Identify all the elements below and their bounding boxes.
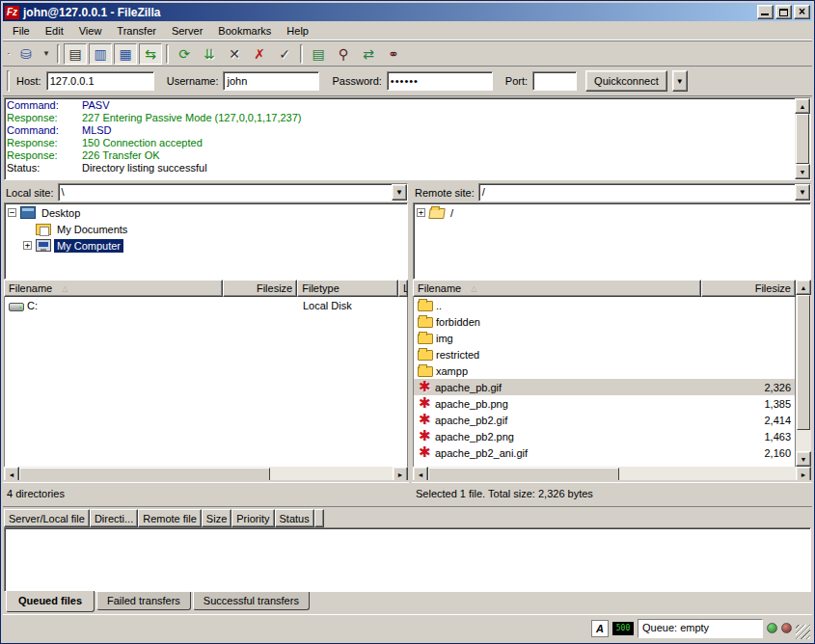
- queue-column-header[interactable]: [314, 509, 324, 527]
- scroll-thumb[interactable]: [796, 114, 809, 164]
- queue-tab[interactable]: Successful transfers: [193, 592, 310, 610]
- search-icon[interactable]: ⚭: [382, 43, 405, 65]
- file-row[interactable]: apache_pb.gif 2,326: [414, 379, 795, 395]
- my-documents-icon: [36, 224, 51, 235]
- column-header-filetype[interactable]: Filetype: [297, 280, 398, 297]
- quickconnect-button[interactable]: Quickconnect: [585, 70, 667, 92]
- title-bar[interactable]: Fz john@127.0.0.1 - FileZilla ×: [3, 3, 812, 21]
- file-row[interactable]: apache_pb2.gif 2,414: [414, 412, 795, 428]
- scroll-right-icon[interactable]: ►: [796, 467, 811, 482]
- file-row[interactable]: apache_pb2_ani.gif 2,160: [414, 444, 795, 461]
- tree-item[interactable]: + My Computer: [5, 237, 407, 254]
- remote-vscrollbar[interactable]: ▲ ▼: [796, 280, 811, 467]
- column-header-filename[interactable]: Filename△: [413, 280, 701, 297]
- menu-item[interactable]: File: [5, 23, 38, 39]
- scroll-down-icon[interactable]: ▼: [796, 451, 811, 467]
- tree-expander[interactable]: +: [417, 208, 425, 217]
- scroll-thumb[interactable]: [797, 295, 810, 430]
- file-row[interactable]: xampp: [414, 362, 795, 379]
- password-input[interactable]: [387, 71, 493, 91]
- file-row[interactable]: img: [414, 330, 795, 346]
- quickconnect-dropdown-icon[interactable]: ▼: [672, 70, 688, 92]
- disconnect-icon[interactable]: ✗: [248, 43, 271, 65]
- file-row[interactable]: apache_pb2.png 1,463: [414, 428, 795, 444]
- column-header-filesize[interactable]: Filesize: [223, 280, 297, 297]
- queue-column-header[interactable]: Priority: [231, 509, 274, 527]
- scroll-left-icon[interactable]: ◄: [4, 467, 19, 482]
- resize-grip[interactable]: [796, 625, 810, 639]
- local-pane: Local site: \ ▼ − Desktop My Documents: [3, 182, 409, 503]
- close-button[interactable]: ×: [794, 5, 810, 19]
- site-manager-icon[interactable]: ⛁: [14, 43, 38, 65]
- file-row[interactable]: apache_pb.png 1,385: [414, 395, 795, 412]
- process-queue-icon[interactable]: ⇊: [198, 43, 221, 65]
- queue-column-header[interactable]: Status: [275, 509, 314, 527]
- chevron-down-icon[interactable]: ▼: [392, 184, 407, 201]
- queue-column-header[interactable]: Directi...: [90, 509, 138, 527]
- site-manager-dropdown-icon[interactable]: ▼: [40, 43, 53, 65]
- sort-asc-icon: △: [471, 284, 476, 293]
- log-scrollbar[interactable]: ▲ ▼: [795, 98, 810, 179]
- refresh-icon[interactable]: ⟳: [173, 43, 196, 65]
- file-row[interactable]: forbidden: [414, 313, 795, 330]
- port-label: Port:: [505, 75, 528, 87]
- remote-pane: Remote site: / ▼ + /: [412, 182, 812, 503]
- local-list-header: Filename△ Filesize Filetype L: [4, 280, 408, 297]
- toolbar-separator[interactable]: [57, 44, 60, 64]
- toggle-log-icon[interactable]: ▤: [64, 43, 87, 65]
- toolbar-separator[interactable]: [166, 44, 169, 64]
- tree-expander[interactable]: +: [23, 241, 32, 250]
- comparison-icon[interactable]: ⇄: [357, 43, 380, 65]
- menu-item[interactable]: Bookmarks: [210, 23, 279, 39]
- local-site-combobox[interactable]: \ ▼: [58, 183, 408, 201]
- column-header-filename[interactable]: Filename△: [4, 280, 223, 297]
- port-input[interactable]: [532, 71, 577, 91]
- local-hscrollbar[interactable]: ◄ ►: [4, 467, 408, 482]
- scroll-up-icon[interactable]: ▲: [795, 98, 810, 114]
- username-input[interactable]: [223, 71, 319, 91]
- remote-site-combobox[interactable]: / ▼: [478, 183, 811, 201]
- tree-item[interactable]: + /: [414, 204, 810, 221]
- scroll-thumb[interactable]: [428, 468, 619, 481]
- column-header-filesize[interactable]: Filesize: [701, 280, 796, 297]
- queue-body[interactable]: [4, 527, 811, 592]
- scroll-right-icon[interactable]: ►: [393, 467, 408, 482]
- maximize-button[interactable]: [775, 5, 792, 19]
- toolbar-grip[interactable]: [8, 53, 11, 55]
- file-row[interactable]: C: Local Disk: [5, 297, 408, 313]
- quickconnect-grip[interactable]: [7, 70, 10, 92]
- minimize-button[interactable]: [757, 5, 774, 19]
- queue-column-header[interactable]: Size: [202, 509, 231, 527]
- directory-listing-icon[interactable]: ▤: [307, 43, 330, 65]
- toggle-remote-tree-icon[interactable]: ▦: [114, 43, 137, 65]
- menu-item[interactable]: Server: [164, 23, 210, 39]
- column-header-lastmodified[interactable]: L: [398, 280, 408, 297]
- tree-item[interactable]: My Documents: [5, 221, 407, 237]
- toggle-local-tree-icon[interactable]: ▥: [89, 43, 112, 65]
- queue-tab[interactable]: Queued files: [6, 591, 95, 612]
- reconnect-icon[interactable]: ✓: [273, 43, 296, 65]
- scroll-up-icon[interactable]: ▲: [796, 280, 811, 295]
- filter-icon[interactable]: ⚲: [332, 43, 355, 65]
- queue-column-header[interactable]: Remote file: [138, 509, 202, 527]
- scroll-thumb[interactable]: [19, 468, 270, 481]
- menu-item[interactable]: Edit: [38, 23, 71, 39]
- cancel-icon[interactable]: ✕: [223, 43, 246, 65]
- scroll-left-icon[interactable]: ◄: [413, 467, 428, 482]
- toggle-queue-icon[interactable]: ⇆: [139, 43, 162, 65]
- tree-item[interactable]: − Desktop: [5, 204, 407, 221]
- tree-expander[interactable]: −: [8, 208, 16, 217]
- file-row[interactable]: restricted: [414, 346, 795, 362]
- chevron-down-icon[interactable]: ▼: [795, 184, 810, 201]
- queue-column-header[interactable]: Server/Local file: [4, 509, 90, 527]
- scroll-down-icon[interactable]: ▼: [795, 164, 810, 179]
- menu-item[interactable]: Transfer: [109, 23, 164, 39]
- menu-item[interactable]: Help: [279, 23, 316, 39]
- toolbar-separator[interactable]: [300, 44, 303, 64]
- log-line: Command: MLSD: [7, 124, 793, 137]
- host-input[interactable]: [46, 71, 154, 91]
- file-row[interactable]: ..: [414, 297, 795, 313]
- queue-tab[interactable]: Failed transfers: [96, 592, 191, 610]
- menu-item[interactable]: View: [71, 23, 110, 39]
- remote-hscrollbar[interactable]: ◄ ►: [413, 467, 811, 482]
